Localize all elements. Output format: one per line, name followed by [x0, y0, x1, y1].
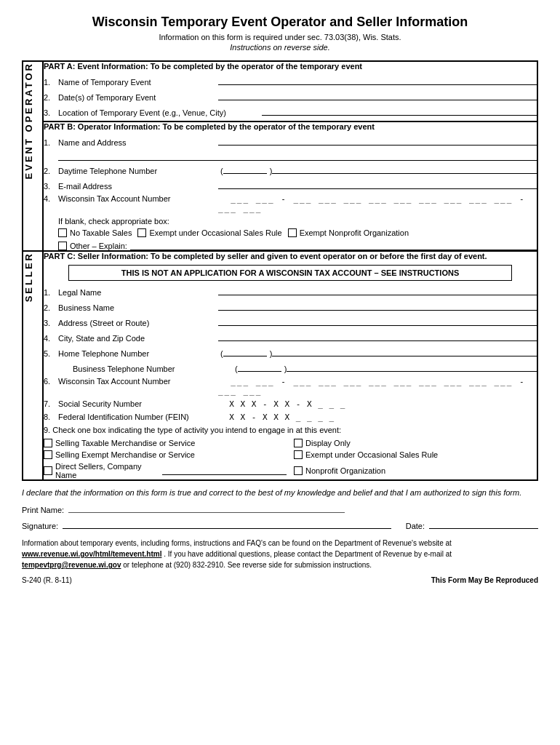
event-location-input[interactable]: [262, 105, 537, 116]
business-phone-row: Business Telephone Number ( ): [44, 362, 537, 373]
event-operator-side-label: EVENT OPERATOR: [23, 61, 43, 251]
selling-taxable-box[interactable]: [44, 439, 52, 447]
business-name-input[interactable]: [218, 300, 537, 311]
footer-bottom: S-240 (R. 8-11) This Form May Be Reprodu…: [22, 576, 538, 584]
display-only-box[interactable]: [294, 439, 303, 447]
fein-row: 8. Federal Identification Number (FEIN) …: [44, 413, 537, 422]
home-phone-area[interactable]: [223, 346, 267, 356]
operator-name-row: 1. Name and Address: [44, 135, 537, 147]
exempt-nonprofit-box[interactable]: [288, 228, 297, 237]
print-name-row: Print Name:: [22, 503, 538, 514]
operator-email-row: 3. E-mail Address: [44, 179, 537, 191]
operator-checkboxes: No Taxable Sales Exempt under Occasional…: [58, 228, 537, 237]
seller-side-label: SELLER: [23, 251, 43, 480]
signature-input[interactable]: [63, 519, 391, 529]
direct-sellers-box[interactable]: [44, 466, 52, 475]
operator-phone-row: 2. Daytime Telephone Number ( ): [44, 164, 537, 175]
operator-phone-area[interactable]: [223, 164, 267, 174]
no-taxable-sales-checkbox[interactable]: No Taxable Sales: [58, 228, 132, 237]
declaration-section: I declare that the information on this f…: [22, 488, 538, 530]
direct-sellers-checkbox-row: Direct Sellers, Company Name: [44, 462, 287, 479]
not-application-notice: THIS IS NOT AN APPLICATION FOR A WISCONS…: [68, 265, 512, 281]
other-explain-input[interactable]: [130, 240, 537, 250]
selling-exempt-box[interactable]: [44, 450, 52, 459]
footer-link1[interactable]: www.revenue.wi.gov/html/temevent.html: [22, 550, 161, 558]
address-row: 3. Address (Street or Route): [44, 316, 537, 327]
signature-field: Signature:: [22, 519, 391, 530]
part-c-content: PART C: Seller Information: To be comple…: [43, 251, 537, 480]
reproduced-label: This Form May Be Reproduced: [431, 576, 538, 584]
operator-tax-row: 4. Wisconsin Tax Account Number ___ ___ …: [44, 194, 537, 213]
other-checkbox[interactable]: Other – Explain:: [58, 242, 127, 250]
page-subtitle: Information on this form is required und…: [22, 33, 538, 41]
nonprofit-box[interactable]: [294, 466, 303, 475]
event-dates-row: 2. Date(s) of Temporary Event: [44, 90, 537, 102]
part-b-header: PART B: Operator Information: To be comp…: [44, 122, 537, 131]
footer-text3: or telephone at (920) 832-2910. See reve…: [123, 561, 372, 569]
operator-email-input[interactable]: [218, 179, 537, 189]
no-taxable-sales-box[interactable]: [58, 228, 67, 237]
print-name-label: Print Name:: [22, 506, 64, 514]
city-state-zip-row: 4. City, State and Zip Code: [44, 331, 537, 343]
blank-check-label: If blank, check appropriate box:: [58, 217, 537, 226]
signature-row: Signature: Date:: [22, 519, 538, 530]
direct-sellers-checkbox[interactable]: Direct Sellers, Company Name: [44, 462, 159, 479]
main-form-table: EVENT OPERATOR PART A: Event Information…: [22, 60, 538, 481]
other-box[interactable]: [58, 242, 67, 250]
part-c-header: PART C: Seller Information: To be comple…: [44, 252, 537, 260]
business-phone-number[interactable]: [287, 362, 537, 372]
operator-phone-number[interactable]: [272, 164, 537, 174]
exempt-occasional-seller-box[interactable]: [294, 450, 303, 459]
address-input[interactable]: [218, 316, 537, 326]
exempt-occasional-seller-checkbox[interactable]: Exempt under Occasional Sales Rule: [294, 450, 537, 459]
operator-address-line2[interactable]: [58, 151, 537, 161]
date-label: Date:: [406, 522, 425, 530]
footer-text2: . If you have additional questions, plea…: [164, 550, 452, 558]
event-name-row: 1. Name of Temporary Event: [44, 75, 537, 87]
footer-section: Information about temporary events, incl…: [22, 538, 538, 570]
page-title: Wisconsin Temporary Event Operator and S…: [22, 15, 538, 30]
direct-sellers-company-input[interactable]: [162, 465, 287, 475]
date-input[interactable]: [429, 519, 538, 529]
legal-name-row: 1. Legal Name: [44, 285, 537, 297]
activity-checkboxes: Selling Taxable Merchandise or Service D…: [44, 439, 537, 479]
footer-text1: Information about temporary events, incl…: [22, 539, 452, 547]
business-phone-area[interactable]: [238, 362, 281, 372]
legal-name-input[interactable]: [218, 285, 537, 295]
page-instructions: Instructions on reverse side.: [22, 43, 538, 52]
footer-link2[interactable]: tempevtprg@revenue.wi.gov: [22, 561, 121, 569]
seller-tax-row: 6. Wisconsin Tax Account Number ___ ___ …: [44, 377, 537, 396]
home-phone-row: 5. Home Telephone Number ( ): [44, 346, 537, 358]
event-dates-input[interactable]: [218, 90, 537, 100]
ssn-row: 7. Social Security Number X X X - X X - …: [44, 399, 537, 409]
city-state-zip-input[interactable]: [218, 331, 537, 341]
selling-exempt-checkbox[interactable]: Selling Exempt Merchandise or Service: [44, 450, 287, 459]
other-explain-row: Other – Explain:: [58, 240, 537, 250]
part-a-header: PART A: Event Information: To be complet…: [44, 62, 537, 71]
signature-label: Signature:: [22, 522, 58, 530]
home-phone-number[interactable]: [272, 346, 537, 356]
part-a-content: PART A: Event Information: To be complet…: [43, 61, 537, 121]
exempt-nonprofit-checkbox[interactable]: Exempt Nonprofit Organization: [288, 228, 409, 237]
exempt-occasional-box[interactable]: [137, 228, 146, 237]
event-name-input[interactable]: [218, 75, 537, 85]
nonprofit-checkbox[interactable]: Nonprofit Organization: [294, 462, 537, 479]
display-only-checkbox[interactable]: Display Only: [294, 439, 537, 447]
activity-check-intro: 9. Check one box indicating the type of …: [44, 426, 537, 434]
date-field: Date:: [406, 519, 538, 530]
declaration-text: I declare that the information on this f…: [22, 488, 538, 497]
part-b-content: PART B: Operator Information: To be comp…: [43, 121, 537, 251]
form-code: S-240 (R. 8-11): [22, 576, 72, 584]
exempt-occasional-checkbox[interactable]: Exempt under Occasional Sales Rule: [137, 228, 281, 237]
operator-address-block: [58, 151, 537, 161]
event-location-row: 3. Location of Temporary Event (e.g., Ve…: [44, 105, 537, 117]
operator-name-input[interactable]: [218, 135, 537, 146]
print-name-input[interactable]: [68, 503, 345, 513]
selling-taxable-checkbox[interactable]: Selling Taxable Merchandise or Service: [44, 439, 287, 447]
business-name-row: 2. Business Name: [44, 300, 537, 312]
